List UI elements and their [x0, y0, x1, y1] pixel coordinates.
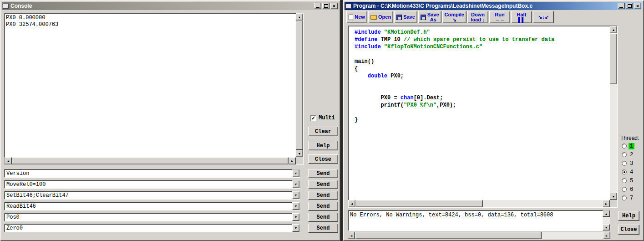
console-app-icon	[3, 4, 9, 9]
scroll-left-icon[interactable]: ◄	[348, 232, 355, 239]
command-combo[interactable]: ReadBit46▼	[4, 202, 300, 210]
save-button[interactable]: Save	[394, 11, 417, 23]
console-close-button[interactable]: ×	[330, 3, 338, 9]
thread-label: Thread:	[620, 135, 639, 141]
radio-icon[interactable]	[622, 161, 627, 166]
compile-label: Compile↘	[445, 12, 464, 22]
program-close-button[interactable]: ×	[634, 3, 641, 9]
send-button[interactable]: Send	[308, 202, 338, 211]
thread-options: 1234567	[622, 142, 643, 202]
scroll-down-icon[interactable]: ▼	[603, 224, 610, 231]
command-combo[interactable]: Version▼	[4, 169, 300, 178]
halt-button[interactable]: Halt▌▌	[511, 11, 532, 23]
save-as-button[interactable]: SaveAs	[418, 11, 441, 23]
send-button[interactable]: Send	[308, 224, 338, 233]
send-button[interactable]: Send	[308, 180, 338, 189]
send-button[interactable]: Send	[308, 191, 338, 200]
step-button[interactable]: ↘↓↙	[533, 11, 554, 23]
radio-icon[interactable]	[622, 144, 627, 149]
dropdown-arrow-icon[interactable]: ▼	[292, 191, 299, 199]
thread-option-7[interactable]: 7	[622, 194, 643, 202]
dropdown-arrow-icon[interactable]: ▼	[292, 224, 299, 232]
run-button[interactable]: Run→→	[489, 11, 510, 23]
open-button[interactable]: Open	[368, 11, 393, 23]
program-minimize-button[interactable]	[618, 3, 625, 9]
scroll-right-icon[interactable]: ►	[289, 157, 296, 164]
program-close-action-button[interactable]: Close	[618, 225, 639, 235]
thread-option-6[interactable]: 6	[622, 185, 643, 194]
code-area[interactable]: #include "KMotionDef.h"#define TMP 10 //…	[349, 26, 609, 200]
radio-icon[interactable]	[622, 187, 627, 192]
scroll-down-icon[interactable]: ▼	[296, 150, 303, 157]
command-combo-value: MoveRel0=100	[5, 180, 292, 188]
radio-icon[interactable]	[622, 152, 627, 157]
dropdown-arrow-icon[interactable]: ▼	[292, 213, 299, 221]
command-combo[interactable]: Pos0▼	[4, 213, 300, 221]
send-button[interactable]: Send	[308, 213, 338, 222]
program-app-icon	[345, 4, 351, 9]
console-output-hscrollbar[interactable]: ◄ ►	[5, 157, 296, 164]
program-maximize-button[interactable]	[626, 3, 633, 9]
code-editor: #include "KMotionDef.h"#define TMP 10 //…	[348, 26, 618, 208]
code-line: double PX0;	[355, 72, 609, 80]
scroll-up-icon[interactable]: ▲	[610, 26, 617, 33]
scroll-right-icon[interactable]: ►	[603, 200, 610, 207]
console-maximize-button[interactable]	[322, 3, 330, 9]
download-button[interactable]: Download ↓	[467, 11, 488, 23]
vscroll-thumb[interactable]	[296, 21, 303, 150]
dropdown-arrow-icon[interactable]: ▼	[292, 202, 299, 210]
radio-icon[interactable]	[622, 178, 627, 183]
command-combo-value: SetBit46;ClearBit47	[5, 191, 292, 199]
scroll-down-icon[interactable]: ▼	[610, 193, 617, 200]
thread-option-3[interactable]: 3	[622, 159, 643, 168]
command-combo[interactable]: Zero0▼	[4, 224, 300, 232]
vscroll-thumb[interactable]	[610, 33, 617, 84]
thread-number-label: 7	[629, 195, 634, 201]
checkbox-icon[interactable]: ✓	[310, 115, 316, 121]
console-minimize-button[interactable]	[314, 3, 321, 9]
code-line: printf("PX0 %f\n",PX0);	[355, 102, 609, 109]
hscroll-thumb[interactable]	[355, 232, 542, 239]
scroll-up-icon[interactable]: ▲	[603, 210, 610, 217]
disk-icon	[396, 15, 402, 20]
thread-option-2[interactable]: 2	[622, 150, 643, 159]
dropdown-arrow-icon[interactable]: ▼	[292, 169, 299, 177]
console-title: Console	[10, 3, 312, 9]
new-button[interactable]: New	[346, 11, 367, 23]
thread-number-label: 6	[629, 186, 634, 193]
command-combo-value: ReadBit46	[5, 202, 292, 210]
thread-number-label: 5	[629, 178, 634, 184]
scroll-up-icon[interactable]: ▲	[296, 13, 303, 21]
thread-option-5[interactable]: 5	[622, 176, 643, 185]
code-line	[355, 109, 609, 116]
thread-option-1[interactable]: 1	[622, 142, 643, 150]
console-output-text[interactable]: PX0 0.000000PX0 32574.000763	[6, 15, 295, 156]
hscroll-thumb[interactable]	[355, 200, 483, 207]
thread-option-4[interactable]: 4	[622, 168, 643, 176]
program-titlebar[interactable]: Program - C:\KMotion433\C Programs\Leads…	[345, 2, 642, 10]
editor-vscrollbar[interactable]: ▲ ▼	[610, 26, 617, 200]
radio-icon[interactable]	[622, 195, 627, 200]
scroll-right-icon[interactable]: ►	[603, 232, 610, 239]
scroll-left-icon[interactable]: ◄	[5, 157, 12, 164]
send-button[interactable]: Send	[308, 169, 338, 178]
command-combo[interactable]: SetBit46;ClearBit47▼	[4, 191, 300, 200]
command-combo[interactable]: MoveRel0=100▼	[4, 180, 300, 189]
editor-hscrollbar[interactable]: ◄ ►	[348, 200, 610, 207]
step-label: ↘↓↙	[538, 15, 549, 20]
hscroll-thumb[interactable]	[12, 157, 289, 164]
scroll-left-icon[interactable]: ◄	[348, 200, 355, 207]
status-vscrollbar[interactable]: ▲ ▼	[603, 210, 610, 231]
console-output-vscrollbar[interactable]: ▲ ▼	[296, 13, 303, 157]
folder-icon	[370, 15, 377, 20]
multi-checkbox[interactable]: ✓ Multi	[310, 115, 335, 121]
console-titlebar[interactable]: Console ×	[2, 2, 339, 10]
program-help-button[interactable]: Help	[618, 211, 639, 221]
dropdown-arrow-icon[interactable]: ▼	[292, 180, 299, 188]
console-close-action-button[interactable]: Close	[308, 154, 338, 164]
clear-button[interactable]: Clear	[308, 127, 338, 136]
compile-button[interactable]: Compile↘	[442, 11, 467, 23]
radio-icon[interactable]	[622, 169, 627, 174]
status-hscrollbar[interactable]: ◄ ►	[348, 232, 610, 239]
console-help-button[interactable]: Help	[308, 141, 338, 150]
